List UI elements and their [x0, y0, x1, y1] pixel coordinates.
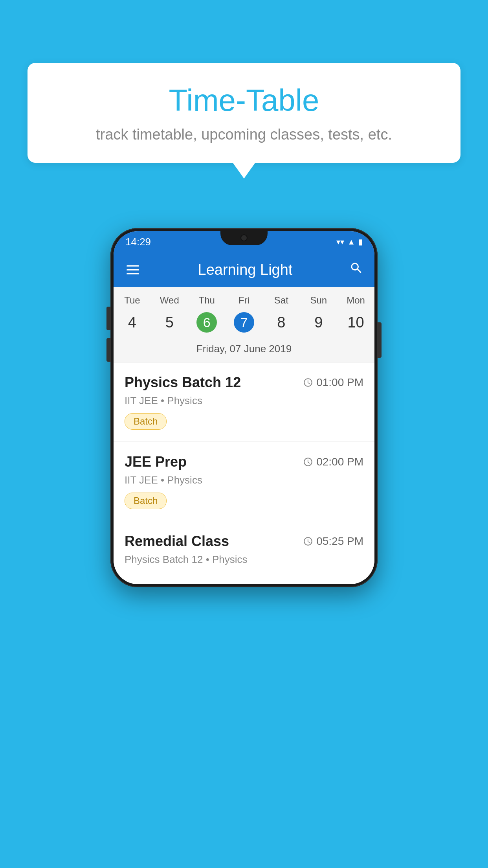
day-headers: Tue Wed Thu Fri Sat Sun Mon — [114, 287, 374, 309]
day-header-tue: Tue — [114, 295, 151, 306]
day-4[interactable]: 4 — [114, 312, 151, 333]
battery-icon: ▮ — [358, 237, 363, 246]
schedule-item-3-title: Remedial Class — [125, 533, 229, 550]
volume-down-button — [106, 338, 110, 362]
schedule-item-1[interactable]: Physics Batch 12 01:00 PM IIT JEE • Phys… — [114, 362, 374, 442]
status-icons: ▾▾ ▲ ▮ — [336, 237, 363, 246]
day-7-selected[interactable]: 7 — [226, 312, 263, 333]
schedule-item-3[interactable]: Remedial Class 05:25 PM Physics Batch 12… — [114, 521, 374, 584]
schedule-item-3-subtitle: Physics Batch 12 • Physics — [125, 554, 363, 566]
status-bar: 14:29 ▾▾ ▲ ▮ — [114, 231, 374, 252]
day-8[interactable]: 8 — [262, 312, 300, 333]
day-10[interactable]: 10 — [337, 312, 374, 333]
bubble-subtitle: track timetable, upcoming classes, tests… — [51, 126, 437, 143]
phone-mockup: 14:29 ▾▾ ▲ ▮ Learning Light — [110, 228, 378, 587]
day-5[interactable]: 5 — [151, 312, 188, 333]
schedule-item-3-time: 05:25 PM — [303, 535, 363, 548]
schedule-item-2-time: 02:00 PM — [303, 456, 363, 468]
schedule-item-1-title: Physics Batch 12 — [125, 374, 241, 391]
day-header-mon: Mon — [337, 295, 374, 306]
speech-bubble: Time-Table track timetable, upcoming cla… — [28, 63, 460, 163]
schedule-item-2-time-text: 02:00 PM — [316, 456, 363, 468]
power-button — [378, 322, 382, 358]
day-header-thu: Thu — [188, 295, 226, 306]
schedule-item-2-title: JEE Prep — [125, 454, 187, 470]
schedule-item-1-subtitle: IIT JEE • Physics — [125, 395, 363, 407]
phone-outer: 14:29 ▾▾ ▲ ▮ Learning Light — [110, 228, 378, 587]
menu-button[interactable] — [125, 263, 141, 276]
schedule-item-1-time: 01:00 PM — [303, 376, 363, 389]
schedule-item-1-tag: Batch — [125, 413, 167, 430]
schedule-item-1-time-text: 01:00 PM — [316, 376, 363, 389]
schedule-item-3-header: Remedial Class 05:25 PM — [125, 533, 363, 550]
day-header-sun: Sun — [300, 295, 337, 306]
calendar-section: Tue Wed Thu Fri Sat Sun Mon 4 5 6 7 8 9 … — [114, 287, 374, 362]
day-header-fri: Fri — [226, 295, 263, 306]
schedule-item-2-tag: Batch — [125, 493, 167, 509]
schedule-item-3-time-text: 05:25 PM — [316, 535, 363, 548]
notch — [220, 231, 268, 245]
schedule-item-2[interactable]: JEE Prep 02:00 PM IIT JEE • Physics Batc… — [114, 442, 374, 521]
day-6-today[interactable]: 6 — [188, 312, 226, 333]
schedule-item-2-subtitle: IIT JEE • Physics — [125, 474, 363, 486]
day-header-wed: Wed — [151, 295, 188, 306]
day-numbers: 4 5 6 7 8 9 10 — [114, 309, 374, 339]
speech-bubble-section: Time-Table track timetable, upcoming cla… — [28, 63, 460, 163]
status-time: 14:29 — [125, 236, 151, 248]
app-title: Learning Light — [149, 261, 341, 278]
camera — [240, 234, 248, 241]
schedule-item-1-header: Physics Batch 12 01:00 PM — [125, 374, 363, 391]
volume-up-button — [106, 307, 110, 330]
selected-date-label: Friday, 07 June 2019 — [114, 339, 374, 362]
search-button[interactable] — [349, 261, 363, 279]
schedule-item-2-header: JEE Prep 02:00 PM — [125, 454, 363, 470]
day-header-sat: Sat — [262, 295, 300, 306]
phone-screen: 14:29 ▾▾ ▲ ▮ Learning Light — [114, 231, 374, 584]
schedule-list: Physics Batch 12 01:00 PM IIT JEE • Phys… — [114, 362, 374, 584]
day-9[interactable]: 9 — [300, 312, 337, 333]
signal-icon: ▲ — [347, 237, 355, 246]
app-bar: Learning Light — [114, 252, 374, 287]
bubble-title: Time-Table — [51, 83, 437, 118]
wifi-icon: ▾▾ — [336, 237, 344, 246]
